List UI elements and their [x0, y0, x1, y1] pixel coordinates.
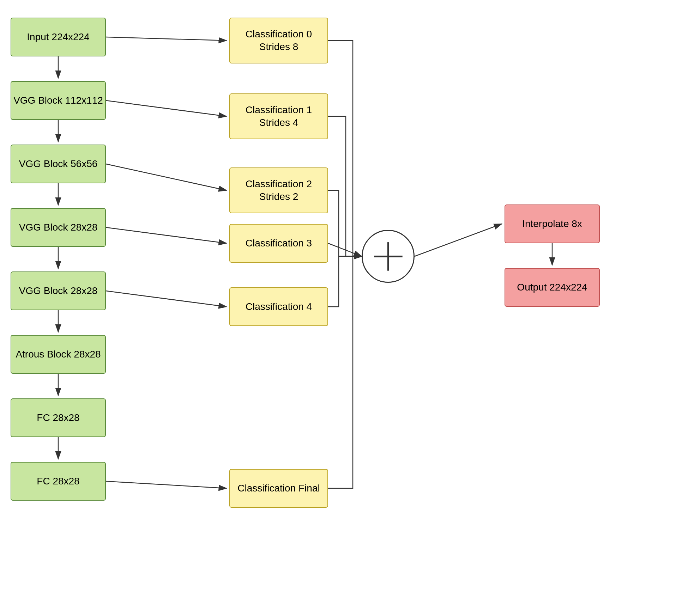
svg-line-8 [106, 37, 227, 41]
atrous-node: Atrous Block 28x28 [11, 335, 106, 374]
vgg112-node: VGG Block 112x112 [11, 81, 106, 120]
diagram-container: Input 224x224 VGG Block 112x112 VGG Bloc… [0, 0, 700, 605]
interpolate-node: Interpolate 8x [505, 204, 600, 243]
svg-line-10 [106, 164, 227, 190]
clsfinal-node: Classification Final [229, 469, 328, 508]
cls2-node: Classification 2Strides 2 [229, 167, 328, 213]
vgg28a-node: VGG Block 28x28 [11, 208, 106, 247]
fc2-node: FC 28x28 [11, 462, 106, 501]
svg-line-12 [106, 291, 227, 307]
sum-circle [362, 230, 415, 283]
fc1-node: FC 28x28 [11, 398, 106, 437]
cls0-node: Classification 0Strides 8 [229, 18, 328, 63]
svg-line-13 [106, 481, 227, 488]
svg-line-9 [106, 100, 227, 116]
cls1-node: Classification 1Strides 4 [229, 93, 328, 139]
input-node: Input 224x224 [11, 18, 106, 56]
sum-icon [370, 239, 406, 274]
vgg28b-node: VGG Block 28x28 [11, 271, 106, 310]
cls4-node: Classification 4 [229, 287, 328, 326]
cls3-node: Classification 3 [229, 224, 328, 263]
vgg56-node: VGG Block 56x56 [11, 145, 106, 183]
svg-line-14 [328, 243, 362, 256]
output-node: Output 224x224 [505, 268, 600, 307]
svg-line-11 [106, 227, 227, 243]
svg-line-15 [415, 224, 502, 256]
